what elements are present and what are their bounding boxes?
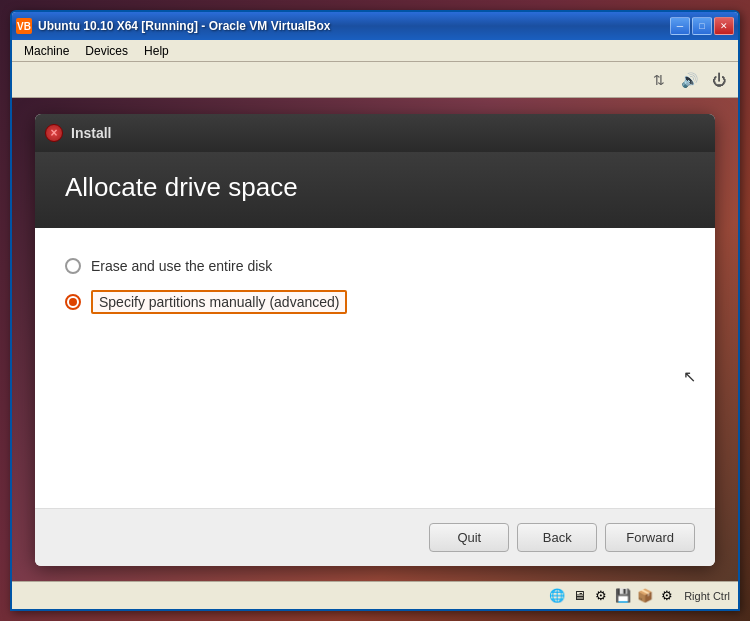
label-erase-disk: Erase and use the entire disk (91, 258, 272, 274)
power-icon[interactable]: ⏻ (708, 69, 730, 91)
dialog-close-button[interactable] (45, 124, 63, 142)
window-icon: VB (16, 18, 32, 34)
usb-icon[interactable]: ⚙ (592, 587, 610, 605)
radio-erase-disk[interactable] (65, 258, 81, 274)
label-specify-partitions: Specify partitions manually (advanced) (91, 290, 347, 314)
restore-button[interactable]: □ (692, 17, 712, 35)
dialog-footer: Quit Back Forward (35, 508, 715, 566)
dialog-title-bar: Install (35, 114, 715, 152)
menu-machine[interactable]: Machine (16, 42, 77, 60)
storage-icon[interactable]: 💾 (614, 587, 632, 605)
monitor-icon[interactable]: 🖥 (570, 587, 588, 605)
vbox-icon[interactable]: 📦 (636, 587, 654, 605)
menu-help[interactable]: Help (136, 42, 177, 60)
minimize-button[interactable]: ─ (670, 17, 690, 35)
menu-bar: Machine Devices Help (12, 40, 738, 62)
vm-display[interactable]: Install Allocate drive space Erase and u… (12, 98, 738, 581)
window-title: Ubuntu 10.10 X64 [Running] - Oracle VM V… (38, 19, 670, 33)
network-status-icon[interactable]: 🌐 (548, 587, 566, 605)
close-button[interactable]: ✕ (714, 17, 734, 35)
radio-specify-partitions[interactable] (65, 294, 81, 310)
option-specify-partitions[interactable]: Specify partitions manually (advanced) (65, 290, 685, 314)
dialog-header: Allocate drive space (35, 152, 715, 228)
title-bar: VB Ubuntu 10.10 X64 [Running] - Oracle V… (12, 12, 738, 40)
quit-button[interactable]: Quit (429, 523, 509, 552)
right-ctrl-label: Right Ctrl (684, 590, 730, 602)
title-bar-controls: ─ □ ✕ (670, 17, 734, 35)
audio-icon[interactable]: 🔊 (678, 69, 700, 91)
option-erase-disk[interactable]: Erase and use the entire disk (65, 258, 685, 274)
status-bar: 🌐 🖥 ⚙ 💾 📦 ⚙ Right Ctrl (12, 581, 738, 609)
dialog-heading: Allocate drive space (65, 172, 685, 203)
dialog-body: Erase and use the entire disk Specify pa… (35, 228, 715, 508)
back-button[interactable]: Back (517, 523, 597, 552)
forward-button[interactable]: Forward (605, 523, 695, 552)
install-dialog: Install Allocate drive space Erase and u… (35, 114, 715, 566)
toolbar: ⇅ 🔊 ⏻ (12, 62, 738, 98)
menu-devices[interactable]: Devices (77, 42, 136, 60)
virtualbox-window: VB Ubuntu 10.10 X64 [Running] - Oracle V… (10, 10, 740, 611)
dialog-title: Install (71, 125, 111, 141)
network-icon[interactable]: ⇅ (648, 69, 670, 91)
settings-icon[interactable]: ⚙ (658, 587, 676, 605)
